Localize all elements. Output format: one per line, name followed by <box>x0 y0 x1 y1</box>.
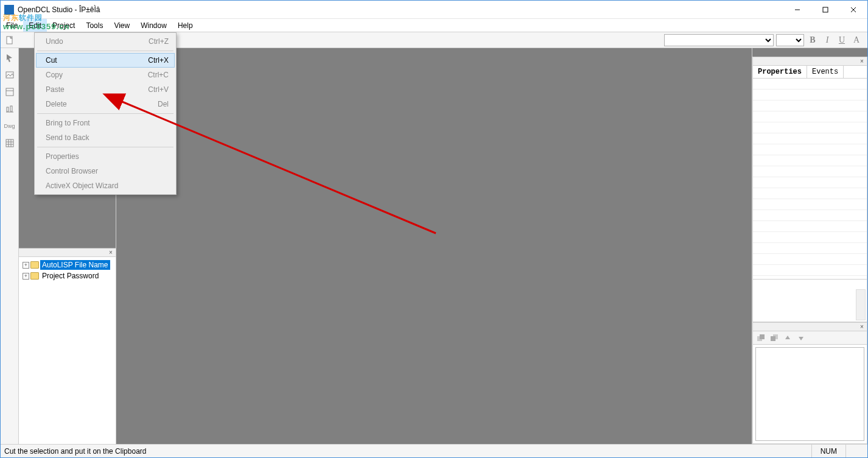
font-family-select[interactable] <box>664 34 774 46</box>
tree-close-button[interactable]: × <box>107 249 114 256</box>
menuitem-delete[interactable]: Delete Del <box>36 97 175 111</box>
zorder-header: × <box>753 323 867 331</box>
zorder-toolbar <box>753 331 867 345</box>
properties-close-button[interactable]: × <box>858 58 866 65</box>
tab-properties[interactable]: Properties <box>753 66 807 78</box>
zorder-close-button[interactable]: × <box>858 323 866 331</box>
menu-tools[interactable]: Tools <box>80 19 108 32</box>
expand-icon[interactable]: + <box>23 273 29 280</box>
menuitem-control-browser[interactable]: Control Browser <box>36 164 175 178</box>
window-title: OpenDCL Studio - ÎP±êÌâ <box>18 5 100 14</box>
app-window: OpenDCL Studio - ÎP±êÌâ File Edit Projec… <box>0 0 868 458</box>
svg-rect-9 <box>7 107 9 111</box>
menuitem-cut[interactable]: Cut Ctrl+X <box>36 53 175 68</box>
design-canvas[interactable] <box>116 48 752 444</box>
menu-help[interactable]: Help <box>172 19 198 32</box>
menuitem-properties[interactable]: Properties <box>36 149 175 164</box>
right-gap <box>752 48 867 57</box>
properties-panel: × Properties Events <box>752 57 867 322</box>
tree-item-password[interactable]: + Project Password <box>20 270 114 281</box>
menuitem-bring-to-front[interactable]: Bring to Front <box>36 116 175 130</box>
move-down-icon[interactable] <box>796 333 807 344</box>
description-scrollbar[interactable] <box>856 289 866 320</box>
status-num: NUM <box>811 445 845 457</box>
svg-rect-11 <box>6 139 13 147</box>
menuitem-paste[interactable]: Paste Ctrl+V <box>36 82 175 97</box>
statusbar: Cut the selection and put it on the Clip… <box>1 444 867 457</box>
dwg-tool[interactable]: Dwg <box>2 119 17 133</box>
menu-edit[interactable]: Edit <box>23 19 47 32</box>
menu-separator <box>37 51 173 51</box>
svg-rect-10 <box>10 106 12 111</box>
tree-item-autolisp[interactable]: + AutoLISP File Name <box>20 259 114 270</box>
vertical-toolbox: Dwg <box>1 48 19 444</box>
project-tree-panel: × + AutoLISP File Name + Project Passwor… <box>19 248 116 444</box>
pointer-tool[interactable] <box>2 51 17 65</box>
font-controls: B I U A <box>664 34 865 46</box>
grid-tool[interactable] <box>2 136 17 150</box>
tree-label: AutoLISP File Name <box>40 260 110 270</box>
folder-icon <box>30 272 39 280</box>
menuitem-copy[interactable]: Copy Ctrl+C <box>36 68 175 82</box>
send-back-icon[interactable] <box>769 333 780 344</box>
right-column: × Properties Events <box>752 48 867 444</box>
svg-rect-19 <box>771 336 775 341</box>
menu-project[interactable]: Project <box>47 19 80 32</box>
folder-icon <box>30 261 39 269</box>
bring-front-icon[interactable] <box>755 333 766 344</box>
svg-rect-6 <box>6 88 13 96</box>
menu-view[interactable]: View <box>108 19 135 32</box>
properties-grid[interactable] <box>753 79 867 279</box>
status-empty <box>845 445 864 457</box>
properties-header: × <box>753 57 867 66</box>
menuitem-send-to-back[interactable]: Send to Back <box>36 130 175 145</box>
form-tool[interactable] <box>2 85 17 99</box>
minimize-button[interactable] <box>783 1 811 18</box>
menu-window[interactable]: Window <box>135 19 172 32</box>
window-buttons <box>783 1 867 18</box>
svg-rect-1 <box>823 7 828 12</box>
zorder-panel: × <box>752 322 867 444</box>
menubar: File Edit Project Tools View Window Help <box>1 19 867 32</box>
menuitem-activex-wizard[interactable]: ActiveX Object Wizard <box>36 178 175 193</box>
tree-body[interactable]: + AutoLISP File Name + Project Password <box>19 257 116 444</box>
align-button[interactable]: A <box>850 34 863 46</box>
properties-tabs: Properties Events <box>753 66 867 79</box>
edit-menu-dropdown: Undo Ctrl+Z Cut Ctrl+X Copy Ctrl+C Paste… <box>34 32 177 195</box>
menu-separator <box>37 147 173 147</box>
titlebar: OpenDCL Studio - ÎP±êÌâ <box>1 1 867 19</box>
underline-button[interactable]: U <box>836 34 848 46</box>
close-button[interactable] <box>839 1 867 18</box>
tree-panel-header: × <box>19 248 116 257</box>
align-tool[interactable] <box>2 102 17 116</box>
maximize-button[interactable] <box>811 1 839 18</box>
menu-file[interactable]: File <box>1 19 23 32</box>
properties-description <box>753 279 867 322</box>
app-icon <box>4 5 14 15</box>
menu-separator <box>37 113 173 114</box>
bold-button[interactable]: B <box>807 34 819 46</box>
move-up-icon[interactable] <box>782 333 793 344</box>
tree-label: Project Password <box>40 271 100 281</box>
new-file-button[interactable] <box>3 33 16 47</box>
zorder-list[interactable] <box>755 347 864 441</box>
expand-icon[interactable]: + <box>23 262 29 269</box>
svg-rect-17 <box>760 334 765 339</box>
font-size-select[interactable] <box>776 34 804 46</box>
tab-events[interactable]: Events <box>807 66 844 78</box>
menuitem-undo[interactable]: Undo Ctrl+Z <box>36 34 175 49</box>
svg-rect-5 <box>6 72 13 78</box>
status-hint: Cut the selection and put it on the Clip… <box>4 447 146 456</box>
italic-button[interactable]: I <box>821 34 833 46</box>
picture-tool[interactable] <box>2 68 17 82</box>
